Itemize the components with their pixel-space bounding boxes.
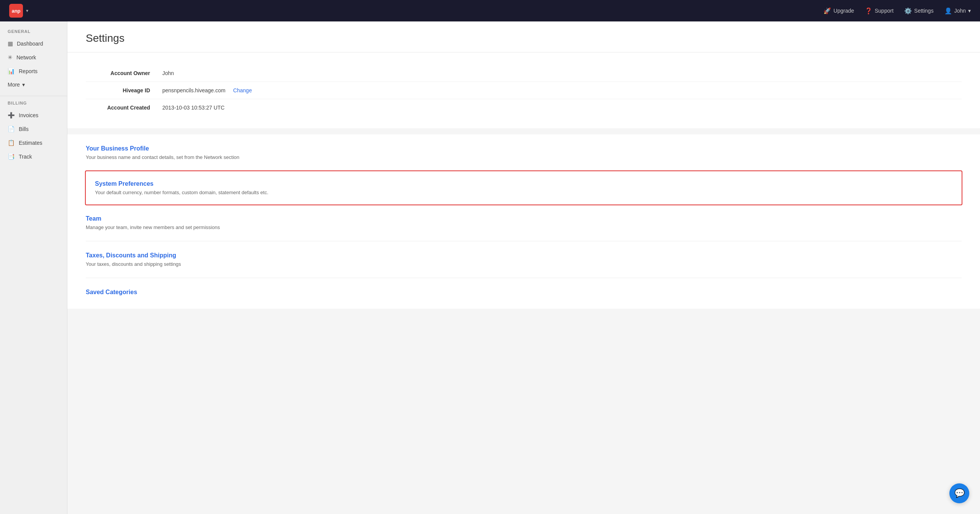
system-preferences-link[interactable]: System Preferences	[95, 180, 952, 187]
sidebar-dashboard-label: Dashboard	[17, 41, 43, 47]
bills-icon: 📄	[8, 126, 15, 133]
content-header: Settings	[67, 21, 980, 52]
business-profile-link[interactable]: Your Business Profile	[86, 145, 962, 152]
user-chevron-icon: ▾	[968, 8, 971, 14]
sidebar-item-track[interactable]: 📑 Track	[0, 150, 67, 164]
settings-button[interactable]: ⚙️ Settings	[904, 7, 934, 15]
general-section-label: GENERAL	[0, 29, 67, 37]
sidebar-item-network[interactable]: ✳ Network	[0, 51, 67, 64]
gear-icon: ⚙️	[904, 7, 912, 15]
brand-logo-area[interactable]: anp ▾	[9, 4, 28, 18]
main-content: Settings Account Owner John Hiveage ID p…	[67, 21, 980, 514]
change-hiveage-id-link[interactable]: Change	[233, 87, 252, 93]
hiveage-id-label: Hiveage ID	[86, 87, 162, 93]
sidebar-item-dashboard[interactable]: ▦ Dashboard	[0, 37, 67, 51]
saved-categories-link[interactable]: Saved Categories	[86, 289, 962, 296]
sidebar-item-more[interactable]: More ▾	[0, 78, 67, 91]
brand-logo: anp	[9, 4, 23, 18]
invoices-icon: ➕	[8, 112, 15, 119]
page-title: Settings	[86, 32, 962, 44]
team-desc: Manage your team, invite new members and…	[86, 224, 962, 230]
account-info-section: Account Owner John Hiveage ID pensnpenci…	[67, 52, 980, 128]
user-menu[interactable]: 👤 John ▾	[944, 7, 971, 15]
system-preferences-desc: Your default currency, number formats, c…	[95, 190, 952, 195]
top-navigation: anp ▾ 🚀 Upgrade ❓ Support ⚙️ Settings 👤 …	[0, 0, 980, 21]
sidebar-reports-label: Reports	[19, 68, 38, 74]
sidebar-item-estimates[interactable]: 📋 Estimates	[0, 136, 67, 150]
sidebar-network-label: Network	[16, 54, 36, 61]
settings-section-business-profile: Your Business Profile Your business name…	[86, 134, 962, 171]
sidebar-track-label: Track	[19, 154, 32, 160]
upgrade-button[interactable]: 🚀 Upgrade	[823, 7, 854, 15]
more-chevron-icon: ▾	[22, 82, 25, 88]
sidebar-estimates-label: Estimates	[19, 140, 42, 146]
layout: GENERAL ▦ Dashboard ✳ Network 📊 Reports …	[0, 21, 980, 514]
reports-icon: 📊	[8, 68, 15, 75]
sidebar: GENERAL ▦ Dashboard ✳ Network 📊 Reports …	[0, 21, 67, 514]
sidebar-item-invoices[interactable]: ➕ Invoices	[0, 108, 67, 122]
sidebar-item-bills[interactable]: 📄 Bills	[0, 122, 67, 136]
hiveage-id-value: pensnpencils.hiveage.com Change	[162, 87, 252, 93]
network-icon: ✳	[8, 54, 13, 61]
dashboard-icon: ▦	[8, 40, 13, 47]
account-created-label: Account Created	[86, 105, 162, 111]
settings-sections: Your Business Profile Your business name…	[67, 134, 980, 309]
taxes-desc: Your taxes, discounts and shipping setti…	[86, 261, 962, 267]
sidebar-invoices-label: Invoices	[19, 112, 38, 118]
team-link[interactable]: Team	[86, 215, 962, 222]
taxes-link[interactable]: Taxes, Discounts and Shipping	[86, 252, 962, 259]
sidebar-divider	[0, 96, 67, 96]
question-icon: ❓	[865, 7, 872, 15]
sidebar-more-label: More	[8, 82, 20, 88]
track-icon: 📑	[8, 153, 15, 160]
account-owner-row: Account Owner John	[86, 65, 962, 82]
account-owner-label: Account Owner	[86, 70, 162, 76]
settings-section-taxes: Taxes, Discounts and Shipping Your taxes…	[86, 241, 962, 278]
chat-icon: 💬	[954, 488, 965, 498]
billing-section-label: BILLING	[0, 101, 67, 108]
estimates-icon: 📋	[8, 139, 15, 146]
account-owner-value: John	[162, 70, 174, 76]
sidebar-item-reports[interactable]: 📊 Reports	[0, 64, 67, 78]
rocket-icon: 🚀	[823, 7, 831, 15]
user-icon: 👤	[944, 7, 952, 15]
settings-section-system-preferences: System Preferences Your default currency…	[85, 170, 962, 205]
account-created-row: Account Created 2013-10-03 10:53:27 UTC	[86, 99, 962, 116]
business-profile-desc: Your business name and contact details, …	[86, 154, 962, 160]
topnav-right: 🚀 Upgrade ❓ Support ⚙️ Settings 👤 John ▾	[823, 7, 971, 15]
chat-button[interactable]: 💬	[949, 483, 969, 503]
brand-chevron-icon: ▾	[26, 8, 28, 13]
settings-section-team: Team Manage your team, invite new member…	[86, 205, 962, 241]
account-created-value: 2013-10-03 10:53:27 UTC	[162, 105, 225, 111]
hiveage-id-row: Hiveage ID pensnpencils.hiveage.com Chan…	[86, 82, 962, 99]
sidebar-bills-label: Bills	[19, 126, 29, 132]
settings-section-saved-categories: Saved Categories	[86, 278, 962, 309]
support-button[interactable]: ❓ Support	[865, 7, 893, 15]
